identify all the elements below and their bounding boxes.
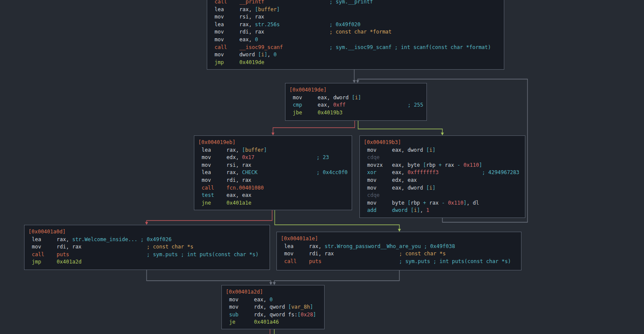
- asm-token: rbp: [411, 200, 423, 206]
- asm-line[interactable]: mov edx, eax: [360, 177, 525, 184]
- asm-line[interactable]: lea rax, [buffer]: [194, 147, 352, 154]
- asm-token: 0: [273, 52, 276, 58]
- asm-token: ]: [277, 6, 280, 12]
- asm-line[interactable]: call puts ; sym.puts ; int puts(const ch…: [277, 258, 521, 266]
- asm-token: ]: [264, 147, 267, 153]
- asm-line[interactable]: lea rax, [buffer]: [207, 6, 504, 14]
- asm-token: [211, 200, 227, 206]
- asm-line[interactable]: cdqe: [360, 154, 525, 162]
- asm-line[interactable]: lea rax, str.Wrong_password__Who_are_you…: [277, 243, 521, 251]
- asm-line[interactable]: mov eax, 0: [207, 36, 504, 44]
- asm-line[interactable]: mov rdx, qword [var_8h]: [222, 303, 324, 311]
- asm-token: rax,: [239, 21, 255, 28]
- asm-line[interactable]: call __isoc99_scanf ; sym.__isoc99_scanf…: [207, 44, 504, 52]
- asm-line[interactable]: mov edx, 0x17 ; 23: [194, 154, 352, 162]
- asm-token: jmp: [32, 259, 41, 265]
- asm-token: -: [457, 162, 460, 168]
- asm-line[interactable]: lea rax, str.Welcome_inside... ; 0x49f02…: [25, 236, 270, 244]
- asm-token: jbe: [293, 110, 302, 116]
- asm-token: [255, 154, 317, 160]
- asm-token: rsi, rax: [239, 14, 264, 20]
- basic-block-0x00401a2d[interactable]: [0x00401a2d]mov eax, 0mov rdx, qword [va…: [221, 285, 325, 329]
- asm-line[interactable]: mov eax, dword [i]: [360, 147, 525, 154]
- asm-line[interactable]: xor eax, 0xfffffff3 ; 4294967283: [360, 169, 525, 177]
- asm-token: __isoc99_scanf: [239, 44, 283, 50]
- asm-line[interactable]: mov rdi, rax ; const char *s: [277, 250, 521, 258]
- asm-line[interactable]: call __printf ; sym.__printf: [207, 0, 504, 6]
- asm-comment: ; const char *s: [399, 251, 445, 257]
- asm-token: 0: [255, 37, 258, 43]
- asm-token: eax, eax: [227, 192, 251, 198]
- asm-line[interactable]: mov dword [i], 0: [207, 51, 504, 59]
- asm-line[interactable]: mov eax, 0: [222, 296, 324, 304]
- asm-line[interactable]: cmp eax, 0xff ; 255: [285, 101, 426, 109]
- asm-line[interactable]: test eax, eax: [194, 192, 352, 199]
- basic-block-0x004019b3[interactable]: [0x004019b3]mov eax, dword [i]cdqemovzx …: [359, 135, 525, 218]
- asm-token: [258, 169, 316, 175]
- asm-line[interactable]: call fcn.00401080: [194, 184, 352, 192]
- asm-token: mov: [202, 177, 227, 183]
- asm-line[interactable]: je 0x401a46: [222, 319, 324, 326]
- asm-token: mov: [215, 37, 239, 43]
- asm-line[interactable]: cdqe: [360, 192, 525, 199]
- asm-line[interactable]: call puts ; sym.puts ; int puts(const ch…: [25, 251, 270, 259]
- asm-line[interactable]: jbe 0x4019b3: [285, 109, 426, 117]
- asm-token: eax,: [318, 102, 333, 108]
- asm-token: mov: [367, 200, 392, 206]
- asm-line[interactable]: jne 0x401a1e: [194, 199, 352, 207]
- asm-token: str.Wrong_password__Who_are_you: [325, 243, 421, 249]
- asm-line[interactable]: lea rax, str.256s ; 0x49f020: [207, 21, 504, 29]
- asm-line[interactable]: mov rdi, rax: [194, 177, 352, 184]
- asm-token: [334, 251, 399, 257]
- asm-token: -: [442, 200, 445, 206]
- asm-line[interactable]: add dword [i], 1: [360, 207, 525, 214]
- asm-token: [227, 44, 239, 50]
- basic-block-0x00401a0d[interactable]: [0x00401a0d]lea rax, str.Welcome_inside.…: [24, 225, 270, 270]
- asm-token: rbp: [426, 162, 439, 168]
- asm-token: 0x401a1e: [227, 200, 251, 206]
- asm-line[interactable]: lea rax, CHECK ; 0x4cc0f0: [194, 169, 352, 177]
- asm-token: __printf: [239, 0, 264, 5]
- asm-token: i: [261, 52, 264, 58]
- basic-block-0x004019eb[interactable]: [0x004019eb]lea rax, [buffer]mov edx, 0x…: [194, 135, 352, 210]
- asm-token: mov: [215, 52, 239, 58]
- asm-token: eax,: [392, 169, 408, 175]
- asm-line[interactable]: mov rdi, rax ; const char *format: [207, 28, 504, 36]
- asm-token: call: [32, 251, 44, 257]
- asm-token: rax: [442, 162, 457, 168]
- asm-token: [302, 102, 318, 108]
- asm-line[interactable]: sub rdx, qword fs:[0x28]: [222, 311, 324, 319]
- asm-token: mov: [229, 304, 254, 310]
- asm-line[interactable]: mov rdi, rax ; const char *s: [25, 243, 270, 251]
- asm-line[interactable]: jmp 0x4019de: [207, 59, 504, 67]
- asm-token: [224, 59, 239, 65]
- asm-token: [235, 319, 254, 325]
- asm-token: call: [215, 44, 227, 50]
- asm-token: ]: [313, 312, 316, 318]
- asm-token: var_8h: [291, 304, 310, 310]
- block-address-header: [0x004019eb]: [194, 139, 352, 147]
- asm-token: [82, 244, 147, 250]
- asm-line[interactable]: mov byte [rbp + rax - 0x110], dl: [360, 199, 525, 207]
- asm-token: rdi, rax: [227, 177, 251, 183]
- asm-token: 0xff: [333, 102, 346, 108]
- asm-line[interactable]: mov rsi, rax: [207, 13, 504, 21]
- basic-block-0x004019de[interactable]: [0x004019de]mov eax, dword [i]cmp eax, 0…: [285, 83, 427, 121]
- asm-token: rax,: [57, 236, 72, 242]
- asm-line[interactable]: movzx eax, byte [rbp + rax - 0x110]: [360, 162, 525, 169]
- asm-comment: ; sym.__isoc99_scanf ; int scanf(const c…: [329, 44, 491, 50]
- graph-canvas[interactable]: call __printf ; sym.__printflea rax, [bu…: [0, 0, 644, 334]
- edge-0x004019eb-false-to-0x00401a0d: [147, 210, 272, 222]
- asm-line[interactable]: mov eax, dword [i]: [285, 94, 426, 102]
- asm-line[interactable]: mov eax, dword [i]: [360, 184, 525, 192]
- asm-token: call: [215, 0, 227, 5]
- asm-token: movzx: [367, 162, 392, 168]
- asm-line[interactable]: mov rsi, rax: [194, 162, 352, 169]
- asm-token: mov: [293, 95, 318, 101]
- asm-token: edx,: [227, 154, 242, 160]
- asm-token: rax,: [227, 169, 242, 175]
- basic-block-entry-scanf[interactable]: call __printf ; sym.__printflea rax, [bu…: [207, 0, 504, 70]
- basic-block-0x00401a1e[interactable]: [0x00401a1e]lea rax, str.Wrong_password_…: [276, 232, 521, 270]
- asm-token: ]: [264, 52, 267, 58]
- asm-line[interactable]: jmp 0x401a2d: [25, 258, 270, 266]
